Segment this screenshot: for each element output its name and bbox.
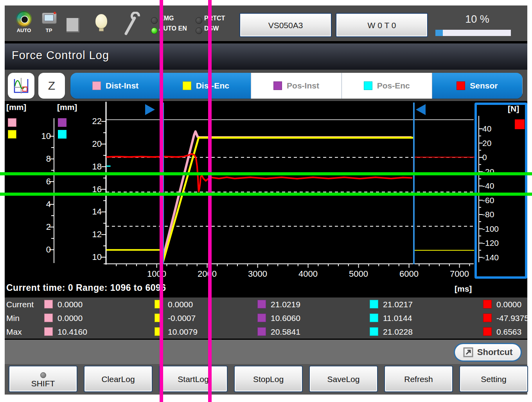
auto-swirl-center: [21, 16, 29, 23]
legend-item-dist-inst[interactable]: Dist-Inst: [70, 73, 161, 99]
led-auto-en-icon: [151, 27, 158, 34]
legend-item-dist-enc[interactable]: Dist-Enc: [161, 73, 251, 99]
refresh-button[interactable]: Refresh: [384, 366, 453, 392]
table-row: Current0.00000.000021.021921.02170.0000: [0, 299, 532, 311]
tp-icon-led: [54, 12, 56, 14]
speed-value: 10 %: [450, 13, 505, 25]
button-label: StartLog: [162, 367, 225, 392]
robot-type-button[interactable]: VS050A3: [239, 13, 332, 37]
work-tool-button[interactable]: W 0 T 0: [336, 13, 428, 37]
cell-value: 20.5841: [271, 327, 300, 337]
auto-label: AUTO: [15, 27, 33, 33]
shortcut-arrow-icon: [463, 347, 473, 357]
led-emg-icon: [151, 17, 158, 24]
stop-square-button[interactable]: [66, 18, 79, 32]
stoplog-button[interactable]: StopLog: [234, 366, 303, 392]
time-tick-label: 1000: [141, 269, 173, 279]
cell-value: 0.0000: [58, 300, 83, 309]
mm2-tick-label: 10: [83, 252, 102, 262]
legend-item-pos-inst[interactable]: Pos-Inst: [251, 73, 341, 99]
cell-swatch: [370, 314, 378, 322]
teach-pendant-button[interactable]: TP: [40, 12, 58, 34]
cell-swatch: [257, 314, 266, 322]
row-label: Min: [6, 314, 20, 323]
force-tick-label: -60: [482, 196, 510, 205]
row-label: Max: [6, 327, 22, 337]
legend-swatch-pos-enc: [364, 81, 372, 90]
range-cursor-right[interactable]: [413, 103, 415, 264]
button-label: SaveLog: [312, 367, 375, 392]
force-tick-label: -120: [482, 238, 510, 248]
speed-progress-track[interactable]: [435, 30, 511, 36]
maintenance-button[interactable]: [122, 12, 140, 36]
force-tick-label: -140: [482, 253, 510, 262]
led-prtct-icon: [196, 17, 202, 24]
force-tick-label: 0: [482, 153, 510, 162]
cell-value: 0.0000: [58, 314, 83, 323]
time-tick-label: 6000: [394, 269, 425, 279]
mm2-tick-label: 14: [83, 207, 102, 216]
cell-value: -0.0007: [168, 314, 196, 323]
setting-button[interactable]: Setting: [459, 366, 528, 392]
cell-value: 0.0000: [168, 300, 193, 309]
clearlog-button[interactable]: ClearLog: [84, 366, 153, 392]
time-tick-label: 2000: [192, 269, 223, 279]
legend-swatch-sensor: [457, 81, 465, 90]
cell-swatch: [483, 314, 492, 322]
mm1-tick-label: 0: [35, 245, 51, 254]
time-tick-label: 7000: [444, 269, 475, 279]
cell-value: 21.0219: [271, 300, 300, 309]
legend-label: Pos-Enc: [377, 81, 410, 90]
legend-label: Sensor: [470, 81, 498, 90]
mm2-tick-label: 18: [83, 162, 102, 171]
legend-label: Dist-Inst: [106, 81, 138, 90]
cell-value: 11.0144: [383, 314, 412, 323]
mm1-tick-label: 8: [35, 154, 51, 164]
status-text: Current time: 0 Range: 1096 to 6096: [6, 283, 166, 293]
speed-progress-fill: [435, 30, 443, 36]
series-legend: Dist-InstDist-EncPos-InstPos-EncSensor: [70, 73, 523, 99]
pos-inst-axis-swatch: [58, 118, 66, 127]
cell-swatch: [483, 327, 492, 336]
legend-swatch-dist-enc: [183, 81, 191, 90]
cell-value: 10.0079: [168, 327, 198, 337]
legend-item-sensor[interactable]: Sensor: [432, 73, 523, 99]
tp-icon-screen: [44, 14, 54, 21]
mm2-tick-label: 22: [83, 117, 102, 126]
cell-swatch: [370, 300, 378, 308]
legend-label: Dist-Enc: [196, 81, 229, 90]
shift-button[interactable]: SHIFT: [9, 366, 77, 392]
z-axis-button[interactable]: Z: [38, 73, 65, 99]
button-label: Refresh: [387, 367, 450, 392]
mm1-tick-label: 10: [35, 132, 51, 141]
shortcut-button[interactable]: Shortcut: [454, 343, 522, 362]
legend-item-pos-enc[interactable]: Pos-Enc: [342, 73, 432, 99]
force-tick-label: 20: [482, 139, 510, 148]
pos-enc-axis-swatch: [58, 130, 66, 139]
savelog-button[interactable]: SaveLog: [309, 366, 378, 392]
cell-value: 0.0000: [496, 300, 521, 309]
auto-mode-button[interactable]: AUTO: [15, 11, 33, 34]
cell-swatch: [44, 314, 53, 322]
force-tick-label: -80: [482, 210, 510, 219]
annotation-vline-2: [208, 0, 212, 402]
range-start-marker-icon[interactable]: [145, 104, 155, 115]
force-tick-label: 40: [482, 124, 510, 133]
graph-mode-button[interactable]: [8, 73, 34, 99]
chart-area[interactable]: [5, 101, 527, 296]
range-end-marker-icon[interactable]: [416, 104, 426, 115]
cell-value: 21.0217: [383, 300, 413, 309]
table-row: Min0.0000-0.000710.606011.0144-47.9375: [0, 313, 532, 324]
lamp-button[interactable]: [95, 14, 108, 33]
shortcut-label: Shortcut: [477, 347, 512, 357]
wrench-icon: [122, 12, 140, 36]
mm-axis2-unit: [mm]: [57, 103, 77, 112]
cell-value: 10.4160: [58, 327, 87, 337]
cell-value: 21.0228: [383, 327, 413, 337]
page-title: Force Control Log: [12, 49, 109, 62]
startlog-button[interactable]: StartLog: [159, 366, 228, 392]
mm1-tick-label: 2: [35, 222, 51, 232]
force-tick-label: -100: [482, 224, 510, 234]
mm2-tick-label: 12: [83, 230, 102, 239]
dist-enc-axis-swatch: [8, 130, 16, 139]
